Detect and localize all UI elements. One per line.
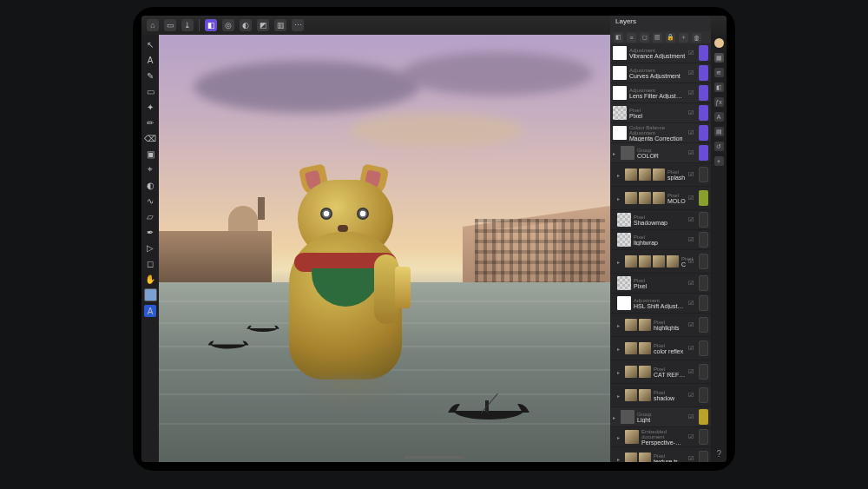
- layer-color-tag[interactable]: [699, 295, 708, 311]
- expand-arrow-icon[interactable]: ▸: [617, 259, 622, 265]
- layer-row[interactable]: PixelShadowmap☑: [610, 210, 711, 230]
- visibility-toggle[interactable]: ☑: [688, 69, 696, 77]
- visibility-toggle[interactable]: ☑: [688, 149, 696, 157]
- visibility-toggle[interactable]: ☑: [688, 345, 696, 353]
- foreground-color[interactable]: [144, 288, 157, 301]
- layer-row[interactable]: ▸PixelCAT REFLECTION☑: [610, 360, 711, 384]
- swatches-studio[interactable]: ▦: [714, 53, 724, 63]
- visibility-toggle[interactable]: ☑: [688, 455, 696, 463]
- layer-row[interactable]: Pixellightwrap☑: [610, 230, 711, 250]
- visibility-toggle[interactable]: ☑: [688, 236, 696, 244]
- layer-row[interactable]: ▸Pixelsplash☑: [610, 163, 711, 187]
- layer-color-tag[interactable]: [699, 65, 708, 81]
- visibility-toggle[interactable]: ☑: [688, 171, 696, 179]
- visibility-toggle[interactable]: ☑: [688, 195, 696, 202]
- layer-color-tag[interactable]: [699, 429, 708, 445]
- visibility-toggle[interactable]: ☑: [688, 433, 696, 441]
- help-icon[interactable]: ?: [716, 449, 721, 459]
- clone-tool[interactable]: ⌖: [144, 163, 156, 175]
- layer-row[interactable]: AdjustmentCurves Adjustment☑: [610, 63, 711, 83]
- marquee-tool[interactable]: ▭: [144, 85, 156, 97]
- visibility-toggle[interactable]: ☑: [688, 89, 696, 97]
- layer-color-tag[interactable]: [699, 387, 708, 403]
- fill-tool[interactable]: ▣: [144, 148, 156, 160]
- visibility-toggle[interactable]: ☑: [688, 129, 696, 137]
- layer-color-tag[interactable]: [699, 254, 708, 269]
- layer-row[interactable]: ▸Pixeltexture traffic lights☑: [610, 447, 711, 462]
- visibility-toggle[interactable]: ☑: [688, 109, 696, 117]
- shape-tool[interactable]: ◻: [144, 257, 156, 269]
- layer-color-tag[interactable]: [699, 105, 708, 121]
- tone-persona-icon[interactable]: ◩: [257, 19, 269, 31]
- layer-row[interactable]: ▸GroupLight☑: [610, 407, 711, 427]
- smudge-tool[interactable]: ∿: [144, 195, 156, 207]
- layer-row[interactable]: ▸PixelCAT☑: [610, 250, 711, 274]
- navigator-studio[interactable]: ⌖: [714, 156, 724, 166]
- layer-color-tag[interactable]: [699, 364, 708, 380]
- view-tool[interactable]: ✋: [144, 273, 156, 285]
- visibility-toggle[interactable]: ☑: [688, 50, 696, 57]
- erase-tool[interactable]: ⌫: [144, 132, 156, 144]
- layer-color-tag[interactable]: [699, 275, 708, 291]
- expand-arrow-icon[interactable]: ▸: [617, 393, 622, 399]
- color-studio[interactable]: [714, 38, 724, 48]
- layer-color-tag[interactable]: [699, 340, 708, 356]
- layer-color-tag[interactable]: [699, 145, 708, 161]
- dodge-tool[interactable]: ◐: [144, 179, 156, 191]
- art-text-tool[interactable]: A: [144, 54, 156, 66]
- home-icon[interactable]: ⌂: [147, 19, 159, 31]
- fx-studio[interactable]: ƒx: [714, 97, 724, 107]
- node-tool[interactable]: ▷: [144, 241, 156, 254]
- expand-arrow-icon[interactable]: ▸: [613, 150, 618, 156]
- selection-brush-tool[interactable]: ✎: [144, 69, 156, 82]
- layer-color-tag[interactable]: [699, 190, 708, 206]
- adjustments-studio[interactable]: ◧: [714, 83, 724, 92]
- layer-color-tag[interactable]: [699, 232, 708, 248]
- layer-row[interactable]: ▸Pixelshadow☑: [610, 384, 711, 407]
- channels-studio[interactable]: ▤: [714, 127, 724, 136]
- layer-color-tag[interactable]: [699, 317, 708, 333]
- pen-tool[interactable]: ✒: [144, 226, 156, 238]
- brushes-studio[interactable]: ≋: [714, 68, 724, 77]
- visibility-toggle[interactable]: ☑: [688, 216, 696, 224]
- layer-color-tag[interactable]: [699, 451, 708, 462]
- expand-arrow-icon[interactable]: ▸: [617, 195, 622, 202]
- layer-row[interactable]: ▸PixelMOLO☑: [610, 187, 711, 210]
- history-studio[interactable]: ↺: [714, 142, 724, 151]
- expand-arrow-icon[interactable]: ▸: [617, 434, 622, 440]
- crop-tool[interactable]: ▱: [144, 210, 156, 222]
- layer-color-tag[interactable]: [699, 167, 708, 182]
- text-studio[interactable]: A: [714, 112, 724, 122]
- blend-icon[interactable]: ≡: [627, 33, 636, 43]
- pixel-persona-icon[interactable]: ◧: [205, 19, 217, 31]
- more-icon[interactable]: ⋯: [292, 19, 304, 31]
- opacity-icon[interactable]: ◧: [614, 33, 623, 43]
- flatten-icon[interactable]: ▥: [653, 33, 662, 43]
- layer-row[interactable]: AdjustmentVibrance Adjustment☑: [610, 43, 711, 63]
- layer-row[interactable]: ▸Pixelhighlights☑: [610, 314, 711, 337]
- export-persona-icon[interactable]: ▥: [274, 19, 286, 31]
- visibility-toggle[interactable]: ☑: [688, 258, 696, 266]
- mask-icon[interactable]: ◻: [640, 33, 649, 43]
- layer-row[interactable]: ▸GroupCOLOR☑: [610, 143, 711, 163]
- assistant-icon[interactable]: A: [144, 305, 156, 317]
- layer-row[interactable]: Colour Balance AdjustmentMagenta Correct…: [610, 123, 711, 143]
- move-tool[interactable]: ↖: [144, 38, 156, 50]
- visibility-toggle[interactable]: ☑: [688, 392, 696, 400]
- canvas[interactable]: [159, 35, 610, 462]
- expand-arrow-icon[interactable]: ▸: [613, 414, 618, 420]
- expand-arrow-icon[interactable]: ▸: [617, 369, 622, 375]
- add-icon[interactable]: ＋: [679, 33, 688, 43]
- layer-color-tag[interactable]: [699, 409, 708, 425]
- expand-arrow-icon[interactable]: ▸: [617, 456, 622, 462]
- flood-select-tool[interactable]: ✦: [144, 101, 156, 113]
- visibility-toggle[interactable]: ☑: [688, 300, 696, 307]
- expand-arrow-icon[interactable]: ▸: [617, 346, 622, 352]
- visibility-toggle[interactable]: ☑: [688, 368, 696, 376]
- layer-color-tag[interactable]: [699, 45, 708, 61]
- layer-row[interactable]: AdjustmentHSL Shift Adjustment☑: [610, 294, 711, 314]
- paint-brush-tool[interactable]: ✏: [144, 116, 156, 129]
- layer-color-tag[interactable]: [699, 85, 708, 101]
- layer-row[interactable]: ▸Embedded documentPerspective-Grid☑: [610, 427, 711, 447]
- lock-icon[interactable]: 🔒: [666, 33, 675, 43]
